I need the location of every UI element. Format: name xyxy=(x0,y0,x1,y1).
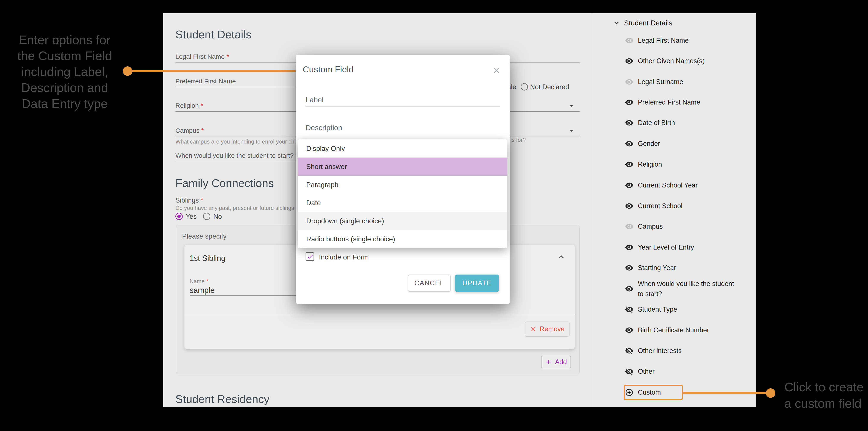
include-on-form-label: Include on Form xyxy=(319,253,369,261)
chevron-down-icon[interactable] xyxy=(567,101,576,111)
sidebar-item-date-of-birth[interactable]: Date of Birth xyxy=(625,116,754,130)
chevron-down-icon[interactable] xyxy=(567,126,576,136)
annotation-line: the Custom Field xyxy=(4,48,125,64)
left-annotation: Enter options for the Custom Field inclu… xyxy=(4,32,125,112)
callout-dot xyxy=(766,388,775,398)
siblings-label: Siblings * xyxy=(176,196,203,204)
annotation-line: Data Entry type xyxy=(4,96,125,112)
section-title: Family Connections xyxy=(176,177,274,190)
annotation-line: including Label, xyxy=(4,64,125,80)
sidebar-item-religion[interactable]: Religion xyxy=(625,157,754,171)
sidebar-item-legal-surname[interactable]: Legal Surname xyxy=(625,75,754,89)
visibility-icon xyxy=(625,181,633,190)
sidebar-item-legal-first-name[interactable]: Legal First Name xyxy=(625,34,754,48)
section-title: Student Residency xyxy=(176,393,270,406)
visibility-icon xyxy=(625,202,633,210)
remove-button[interactable]: Remove xyxy=(525,321,569,337)
option-dropdown-single-choice[interactable]: Dropdown (single choice) xyxy=(298,212,507,230)
sidebar-item-campus[interactable]: Campus xyxy=(625,220,754,234)
label-field[interactable]: Label xyxy=(306,96,323,104)
option-radio-buttons-single-choice[interactable]: Radio buttons (single choice) xyxy=(298,230,507,248)
sidebar-item-other-given-names[interactable]: Other Given Names(s) xyxy=(625,54,754,68)
sidebar-item-starting-year[interactable]: Starting Year xyxy=(625,261,754,275)
required-asterisk: * xyxy=(226,53,229,60)
right-annotation: Click to create a custom field xyxy=(784,379,864,411)
sidebar-item-current-school-year[interactable]: Current School Year xyxy=(625,179,754,192)
option-short-answer[interactable]: Short answer xyxy=(298,157,507,176)
visibility-icon xyxy=(625,222,633,231)
campus-helper: What campus are you intending to enrol y… xyxy=(176,138,309,145)
visibility-icon xyxy=(625,57,633,65)
add-button[interactable]: Add xyxy=(541,355,570,369)
sidebar-item-current-school[interactable]: Current School xyxy=(625,199,754,213)
sidebar-group-label: Student Details xyxy=(624,19,672,27)
close-icon xyxy=(530,326,537,333)
visibility-icon xyxy=(625,78,633,86)
please-specify-label: Please specify xyxy=(182,232,226,240)
plus-icon xyxy=(545,358,552,366)
sidebar-item-other[interactable]: Other xyxy=(625,365,754,378)
visibility-icon xyxy=(625,98,633,107)
annotation-line: Enter options for xyxy=(4,32,125,48)
close-icon[interactable] xyxy=(492,66,501,74)
sidebar-item-year-level-of-entry[interactable]: Year Level of Entry xyxy=(625,241,754,254)
sidebar-item-other-interests[interactable]: Other interests xyxy=(625,344,754,358)
visibility-icon xyxy=(625,264,633,272)
visibility-off-icon xyxy=(625,346,633,355)
gender-radio-not-declared-label: Not Declared xyxy=(530,83,569,91)
custom-highlight-box xyxy=(624,385,683,400)
remove-button-label: Remove xyxy=(539,325,564,333)
chevron-up-icon[interactable] xyxy=(556,252,566,262)
required-asterisk: * xyxy=(206,278,208,284)
cancel-button[interactable]: CANCEL xyxy=(408,275,451,292)
sidebar-group-student-details[interactable]: Student Details xyxy=(613,16,742,30)
sidebar-item-birth-certificate-number[interactable]: Birth Certificate Number xyxy=(625,323,754,337)
sidebar-item-when-start[interactable]: When would you like the student to start… xyxy=(625,278,754,299)
annotation-line: Click to create xyxy=(784,379,864,395)
presentation-canvas: Enter options for the Custom Field inclu… xyxy=(0,0,868,431)
gender-radio-not-declared[interactable] xyxy=(521,83,528,91)
callout-line xyxy=(683,392,767,394)
update-button[interactable]: UPDATE xyxy=(455,275,499,292)
required-asterisk: * xyxy=(200,102,203,109)
label-input-underline[interactable] xyxy=(306,106,500,106)
religion-label: Religion * xyxy=(176,102,203,109)
required-asterisk: * xyxy=(200,196,203,204)
campus-label: Campus * xyxy=(176,127,204,134)
siblings-radio-yes[interactable] xyxy=(176,213,183,220)
siblings-radio-yes-label: Yes xyxy=(186,213,197,220)
visibility-icon xyxy=(625,160,633,169)
siblings-radio-no-label: No xyxy=(213,213,222,220)
option-display-only[interactable]: Display Only xyxy=(298,140,507,157)
visibility-icon xyxy=(625,119,633,127)
callout-line xyxy=(128,70,300,72)
data-entry-type-dropdown: Display Only Short answer Paragraph Date… xyxy=(298,140,507,248)
visibility-off-icon xyxy=(625,367,633,376)
visibility-icon xyxy=(625,36,633,45)
sibling-name-label: Name * xyxy=(190,278,208,285)
right-helper-fragment: is for? xyxy=(510,136,526,143)
siblings-radio-no[interactable] xyxy=(203,213,210,220)
preferred-first-name-label: Preferred First Name xyxy=(176,78,236,85)
visibility-icon xyxy=(625,243,633,252)
sibling-name-value[interactable]: sample xyxy=(190,286,215,295)
modal-title: Custom Field xyxy=(303,65,353,74)
visibility-icon xyxy=(625,140,633,148)
annotation-line: Description and xyxy=(4,80,125,96)
description-field[interactable]: Description xyxy=(306,123,342,132)
sidebar-item-gender[interactable]: Gender xyxy=(625,137,754,151)
sidebar-item-preferred-first-name[interactable]: Preferred First Name xyxy=(625,95,754,109)
required-asterisk: * xyxy=(201,127,204,134)
legal-first-name-label: Legal First Name * xyxy=(176,53,229,60)
siblings-helper: Do you have any past, present or future … xyxy=(176,205,313,211)
visibility-icon xyxy=(625,326,633,335)
sibling-card-title: 1st Sibling xyxy=(190,254,225,263)
include-on-form-checkbox[interactable] xyxy=(306,252,314,261)
visibility-icon xyxy=(625,284,633,293)
option-date[interactable]: Date xyxy=(298,194,507,212)
visibility-off-icon xyxy=(625,305,633,314)
annotation-line: a custom field xyxy=(784,395,864,411)
sidebar-item-student-type[interactable]: Student Type xyxy=(625,303,754,316)
panel-divider xyxy=(592,13,592,407)
option-paragraph[interactable]: Paragraph xyxy=(298,176,507,194)
